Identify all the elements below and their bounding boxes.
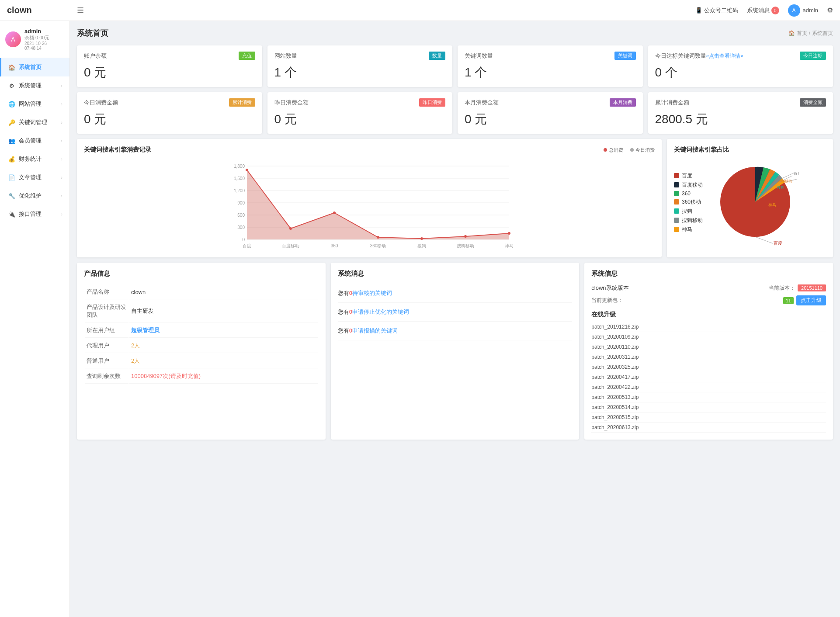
arrow-icon: › bbox=[61, 120, 62, 125]
svg-line-28 bbox=[755, 237, 773, 243]
svg-text:百度: 百度 bbox=[774, 241, 782, 246]
stat-value-1: 1 个 bbox=[274, 64, 446, 81]
patch-item-6: patch_20200422.zip bbox=[591, 382, 826, 392]
pie-svg-container: 百度移动 搜狗 360移动 神马 百度 bbox=[712, 158, 799, 247]
product-row-1: 产品设计及研发团队 自主研发 bbox=[85, 300, 318, 322]
stat-card-r1-1: 网站数量 数量 1 个 bbox=[267, 45, 453, 87]
stat-badge-3[interactable]: 今日达标 bbox=[800, 52, 826, 60]
stat2-badge-0[interactable]: 累计消费 bbox=[229, 98, 255, 107]
pie-legend-color-3 bbox=[674, 199, 679, 205]
pie-legend-item-5: 搜狗移动 bbox=[674, 217, 703, 224]
svg-text:1,200: 1,200 bbox=[234, 188, 245, 193]
breadcrumb-home-icon: 🏠 bbox=[788, 30, 795, 36]
product-label-2: 所在用户组 bbox=[85, 323, 128, 338]
wechat-qr-button[interactable]: 📱 公众号二维码 bbox=[695, 7, 738, 14]
stat-card-header-2: 关键词数量 关键词 bbox=[465, 52, 636, 60]
product-value-0: clown bbox=[129, 285, 318, 299]
stat-value-0: 0 元 bbox=[84, 64, 255, 81]
svg-text:百度移动: 百度移动 bbox=[282, 243, 299, 248]
svg-text:搜狗: 搜狗 bbox=[777, 186, 784, 190]
legend-total-label: 总消费 bbox=[609, 147, 623, 153]
pie-legend: 百度 百度移动 360 360移动 搜狗 搜狗移动 神马 bbox=[674, 172, 703, 233]
sys-version-row: clown系统版本 当前版本： 20151110 bbox=[591, 284, 826, 292]
system-msg-button[interactable]: 系统消息 0 bbox=[747, 7, 779, 14]
product-label-0: 产品名称 bbox=[85, 285, 128, 299]
sys-current-version: 20151110 bbox=[798, 284, 826, 291]
sidebar-item-keyword-manage[interactable]: 🔑 关键词管理 › bbox=[0, 113, 69, 132]
area-fill bbox=[247, 170, 509, 239]
msg-link-1[interactable]: 申请停止优化的关键词 bbox=[352, 308, 409, 315]
admin-info[interactable]: A admin bbox=[788, 4, 818, 17]
breadcrumb: 🏠 首页 / 系统首页 bbox=[788, 30, 833, 37]
sys-update-label: 当前更新包： bbox=[591, 297, 623, 304]
pie-legend-item-1: 百度移动 bbox=[674, 181, 703, 189]
pie-legend-item-0: 百度 bbox=[674, 172, 703, 180]
article-manage-label: 文章管理 bbox=[19, 173, 42, 181]
sidebar-item-api-manage[interactable]: 🔌 接口管理 › bbox=[0, 205, 69, 223]
charts-row: 关键词搜索引擎消费记录 总消费 今日消费 bbox=[77, 139, 833, 257]
pie-legend-color-2 bbox=[674, 191, 679, 196]
stat2-badge-3[interactable]: 消费金额 bbox=[800, 98, 826, 107]
stat-card-r1-3: 今日达标关键词数量«点击查看详情» 今日达标 0 个 bbox=[648, 45, 833, 87]
settings-icon[interactable]: ⚙ bbox=[827, 6, 833, 14]
sys-msg-item-2: 您有0申请报描的关键词 bbox=[338, 322, 573, 340]
stat-badge-2[interactable]: 关键词 bbox=[614, 52, 636, 60]
stat2-value-1: 0 元 bbox=[274, 111, 446, 128]
sys-version-label: clown系统版本 bbox=[591, 284, 628, 292]
product-label-1: 产品设计及研发团队 bbox=[85, 300, 128, 322]
page-header: 系统首页 🏠 首页 / 系统首页 bbox=[77, 28, 833, 38]
pie-chart-card: 关键词搜索引擎占比 百度 百度移动 360 360移动 搜狗 搜狗移动 神马 bbox=[667, 139, 833, 257]
sidebar-item-optimization[interactable]: 🔧 优化维护 › bbox=[0, 187, 69, 205]
sidebar-item-member-manage[interactable]: 👥 会员管理 › bbox=[0, 132, 69, 150]
patch-item-1: patch_20200109.zip bbox=[591, 332, 826, 342]
product-info-table: 产品名称 clown产品设计及研发团队 自主研发所在用户组 超级管理员代理用户 … bbox=[84, 284, 319, 385]
page-title: 系统首页 bbox=[77, 28, 108, 38]
stat2-value-3: 2800.5 元 bbox=[655, 111, 826, 128]
breadcrumb-current: 系统首页 bbox=[812, 30, 833, 37]
sidebar-item-sys-manage[interactable]: ⚙ 系统管理 › bbox=[0, 76, 69, 95]
data-point-2 bbox=[333, 211, 336, 214]
sidebar-item-home[interactable]: 🏠 系统首页 bbox=[0, 58, 69, 76]
stat-label-1: 网站数量 bbox=[274, 52, 297, 60]
hamburger-icon[interactable]: ☰ bbox=[77, 6, 84, 15]
svg-text:神马: 神马 bbox=[768, 203, 776, 207]
stat-badge-1[interactable]: 数量 bbox=[429, 52, 445, 60]
stat2-label-3: 累计消费金额 bbox=[655, 99, 689, 107]
msg-link-2[interactable]: 申请报描的关键词 bbox=[352, 327, 398, 334]
product-label-5: 查询剩余次数 bbox=[85, 369, 128, 384]
patch-item-2: patch_20200110.zip bbox=[591, 342, 826, 352]
product-info-card: 产品信息 产品名称 clown产品设计及研发团队 自主研发所在用户组 超级管理员… bbox=[77, 263, 326, 440]
line-chart-svg: 1,800 1,500 1,200 900 600 300 0 bbox=[84, 162, 655, 249]
update-button[interactable]: 点击升级 bbox=[796, 295, 826, 305]
stat-card-header-3: 今日达标关键词数量«点击查看详情» 今日达标 bbox=[655, 52, 826, 60]
msg-link-0[interactable]: 待审核的关键词 bbox=[352, 290, 392, 296]
api-manage-label: 接口管理 bbox=[19, 210, 42, 218]
product-label-4: 普通用户 bbox=[85, 354, 128, 368]
keyword-manage-icon: 🔑 bbox=[8, 119, 15, 126]
arrow-icon: › bbox=[61, 101, 62, 107]
msg-count-2: 0 bbox=[349, 327, 352, 334]
legend-today-dot bbox=[630, 148, 634, 152]
stat2-badge-1[interactable]: 昨日消费 bbox=[419, 98, 445, 107]
product-value-5: 1000849097次(请及时充值) bbox=[129, 369, 318, 384]
stat2-badge-2[interactable]: 本月消费 bbox=[610, 98, 636, 107]
stat-card2-header-3: 累计消费金额 消费金额 bbox=[655, 98, 826, 107]
stats-row-2: 今日消费金额 累计消费 0 元 昨日消费金额 昨日消费 0 元 本月消费金额 本… bbox=[77, 92, 833, 134]
product-value-4: 2人 bbox=[129, 354, 318, 368]
sys-msg-title: 系统消息 bbox=[338, 270, 573, 278]
stat-link-3[interactable]: «点击查看详情» bbox=[706, 53, 743, 59]
sidebar-item-article-manage[interactable]: 📄 文章管理 › bbox=[0, 168, 69, 187]
sidebar-item-finance[interactable]: 💰 财务统计 › bbox=[0, 150, 69, 168]
svg-text:搜狗: 搜狗 bbox=[417, 243, 426, 248]
sidebar-item-site-manage[interactable]: 🌐 网站管理 › bbox=[0, 95, 69, 113]
pie-legend-item-4: 搜狗 bbox=[674, 208, 703, 215]
sidebar-username: admin bbox=[24, 28, 64, 35]
optimization-label: 优化维护 bbox=[19, 192, 42, 200]
pie-legend-item-3: 360移动 bbox=[674, 198, 703, 206]
stat-badge-0[interactable]: 充值 bbox=[239, 52, 255, 60]
pie-chart-svg: 百度移动 搜狗 360移动 神马 百度 bbox=[712, 158, 799, 246]
pie-legend-color-5 bbox=[674, 218, 679, 223]
svg-text:百度移动: 百度移动 bbox=[794, 171, 799, 176]
pie-legend-label-3: 360移动 bbox=[682, 198, 701, 206]
sys-current-version-label: 当前版本： bbox=[769, 284, 795, 292]
